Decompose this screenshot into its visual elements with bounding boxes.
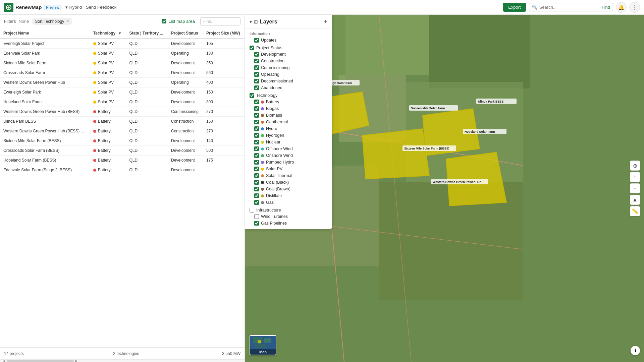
table-row[interactable]: Western Downs Green Power Hub (BESS) ...… — [0, 126, 245, 136]
layer-item-checkbox[interactable] — [254, 214, 259, 219]
info-button[interactable]: ℹ — [631, 346, 640, 355]
layer-item-checkbox[interactable] — [254, 126, 259, 131]
list-map-checkbox[interactable] — [162, 19, 166, 23]
layer-item-checkbox[interactable] — [254, 120, 259, 124]
layer-tech-item[interactable]: Coal (Brown) — [245, 186, 332, 192]
layer-tech-item[interactable]: Biomass — [245, 112, 332, 119]
table-row[interactable]: Ewerleigh Solar Park Solar PV QLD Develo… — [0, 87, 245, 97]
layer-item-checkbox[interactable] — [254, 173, 259, 178]
export-button[interactable]: Export — [503, 3, 526, 12]
col-size[interactable]: Project Size (MW) — [203, 28, 245, 39]
find-button[interactable]: Find — [602, 5, 610, 10]
table-row[interactable]: Everleigh Solar Project Solar PV QLD Dev… — [0, 39, 245, 49]
layer-tech-item[interactable]: Geothermal — [245, 119, 332, 125]
layer-tech-item[interactable]: Coal (Black) — [245, 179, 332, 186]
hybrid-button[interactable]: ▾ Hybrid — [65, 5, 82, 10]
layer-item-checkbox[interactable] — [254, 113, 259, 118]
layer-infra-item[interactable]: Wind Turbines — [245, 213, 332, 220]
measure-button[interactable]: 📏 — [630, 206, 640, 216]
table-row[interactable]: Hopeland Solar Farm Solar PV QLD Develop… — [0, 97, 245, 107]
col-status[interactable]: Project Status — [168, 28, 203, 39]
layer-item-checkbox[interactable] — [254, 65, 259, 70]
table-row[interactable]: Edenvale Solar Park Solar PV QLD Operati… — [0, 49, 245, 58]
layer-tech-item[interactable]: Biogas — [245, 105, 332, 112]
table-row[interactable]: Sixteen Mile Solar Farm (BESS) Battery Q… — [0, 136, 245, 146]
zoom-out-button[interactable]: − — [630, 183, 640, 193]
search-input[interactable] — [539, 5, 600, 10]
table-row[interactable]: Hopeland Solar Farm (BESS) Battery QLD D… — [0, 156, 245, 165]
find-input[interactable] — [200, 17, 240, 25]
layer-item-checkbox[interactable] — [254, 106, 259, 111]
layer-tech-item[interactable]: Pumped Hydro — [245, 159, 332, 166]
north-up-button[interactable]: ▲ — [630, 195, 640, 205]
tech-color-dot — [261, 168, 264, 171]
layer-item-checkbox[interactable] — [254, 133, 259, 138]
layer-item-checkbox[interactable] — [254, 221, 259, 226]
more-options-button[interactable]: ⋮ — [629, 2, 640, 13]
layer-tech-item[interactable]: Gas — [245, 199, 332, 206]
filter-bar: Filters None Sort Technology ✕ List map … — [0, 15, 245, 28]
layer-tech-item[interactable]: Distillate — [245, 192, 332, 199]
section-infrastructure-checkbox[interactable] — [250, 208, 254, 213]
layer-status-item[interactable]: Decommissioned — [245, 78, 332, 84]
layer-item-checkbox[interactable] — [254, 153, 259, 158]
layer-item-checkbox[interactable] — [254, 100, 259, 104]
layer-item-checkbox[interactable] — [254, 72, 259, 77]
table-row[interactable]: Crossroads Solar Farm Solar PV QLD Devel… — [0, 68, 245, 78]
layer-status-item[interactable]: Development — [245, 51, 332, 58]
layer-status-item[interactable]: Operating — [245, 71, 332, 78]
notifications-button[interactable]: 🔔 — [616, 2, 627, 13]
scroll-right-icon[interactable]: ▶ — [74, 359, 79, 362]
layer-status-item[interactable]: Commissioning — [245, 64, 332, 71]
map-thumbnail[interactable]: Map — [250, 335, 276, 355]
layer-tech-item[interactable]: Onshore Wind — [245, 152, 332, 159]
layer-status-item[interactable]: Abandoned — [245, 84, 332, 91]
table-row[interactable]: Crossroads Solar Farm (BESS) Battery QLD… — [0, 146, 245, 156]
layers-collapse-icon[interactable]: ▾ — [250, 19, 252, 24]
layer-infra-item[interactable]: Gas Pipelines — [245, 220, 332, 227]
layer-item-checkbox[interactable] — [254, 59, 259, 63]
col-project-name[interactable]: Project Name — [0, 28, 90, 39]
layer-item-checkbox[interactable] — [254, 52, 259, 57]
zoom-in-button[interactable]: + — [630, 172, 640, 182]
table-row[interactable]: Western Downs Green Power Hub Solar PV Q… — [0, 78, 245, 87]
table-row[interactable]: Ulinda Park BESS Battery QLD Constructio… — [0, 117, 245, 126]
layer-item-checkbox[interactable] — [254, 79, 259, 83]
layer-updates-checkbox[interactable] — [254, 38, 259, 43]
layer-updates[interactable]: Updates — [245, 37, 332, 44]
table-row[interactable]: Western Downs Green Power Hub (BESS) Bat… — [0, 107, 245, 117]
layer-item-checkbox[interactable] — [254, 187, 259, 191]
layer-item-checkbox[interactable] — [254, 140, 259, 144]
layer-item-checkbox[interactable] — [254, 85, 259, 90]
layer-item-checkbox[interactable] — [254, 167, 259, 171]
table-row[interactable]: Sixteen Mile Solar Farm Solar PV QLD Dev… — [0, 58, 245, 68]
layer-item-checkbox[interactable] — [254, 160, 259, 165]
scrollbar-thumb[interactable] — [7, 360, 74, 362]
horizontal-scrollbar[interactable]: ◀ ▶ — [0, 359, 245, 362]
table-row[interactable]: Edenvale Solar Farm (Stage 2, BESS) Batt… — [0, 165, 245, 175]
layer-status-item[interactable]: Construction — [245, 58, 332, 64]
layer-tech-item[interactable]: Nuclear — [245, 139, 332, 145]
layer-item-checkbox[interactable] — [254, 193, 259, 198]
layer-tech-item[interactable]: Solar Thermal — [245, 172, 332, 179]
sort-chip[interactable]: Sort Technology ✕ — [32, 18, 72, 25]
section-project-status-checkbox[interactable] — [250, 46, 254, 50]
layer-item-checkbox[interactable] — [254, 200, 259, 205]
layer-tech-item[interactable]: Battery — [245, 99, 332, 105]
section-technology-checkbox[interactable] — [250, 93, 254, 98]
scroll-left-icon[interactable]: ◀ — [1, 359, 7, 362]
locate-button[interactable]: ⊕ — [630, 161, 640, 171]
layer-tech-item[interactable]: Solar PV — [245, 166, 332, 172]
col-technology[interactable]: Technology ▼ — [90, 28, 126, 39]
col-state[interactable]: State | Territory ... — [126, 28, 168, 39]
map-background[interactable]: Ewerleigh Solar Park Edenvale Solar Park… — [245, 15, 644, 362]
layer-tech-item[interactable]: Hydro — [245, 125, 332, 132]
layers-add-icon[interactable]: + — [324, 18, 327, 25]
layer-tech-item[interactable]: Offshore Wind — [245, 145, 332, 152]
feedback-button[interactable]: Send Feedback — [86, 5, 116, 10]
layer-tech-item[interactable]: Hydrogen — [245, 132, 332, 139]
layer-item-checkbox[interactable] — [254, 180, 259, 185]
list-map-toggle[interactable]: List map area — [162, 19, 195, 24]
sort-close-icon[interactable]: ✕ — [66, 19, 69, 23]
layer-item-checkbox[interactable] — [254, 146, 259, 151]
